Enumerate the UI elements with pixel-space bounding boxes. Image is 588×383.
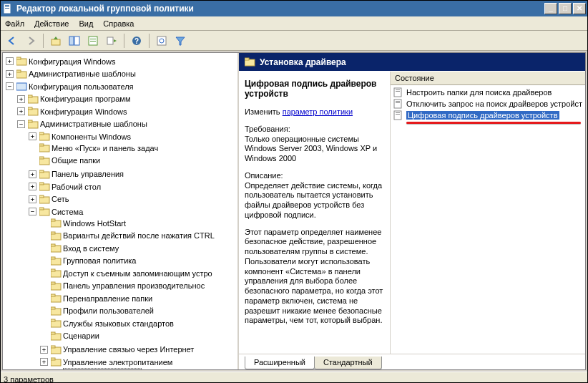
tree-item[interactable]: Групповая политика — [63, 255, 136, 266]
svg-rect-74 — [394, 111, 401, 120]
expand-icon[interactable]: + — [17, 95, 25, 103]
collapse-icon[interactable]: − — [29, 208, 36, 215]
expand-icon[interactable]: + — [6, 70, 14, 78]
folder-icon — [51, 357, 62, 367]
description-label: Описание: — [245, 171, 283, 180]
refresh-button[interactable] — [153, 33, 170, 49]
tab-standard[interactable]: Стандартный — [314, 357, 382, 369]
tree-item[interactable]: Управление связью через Интернет — [63, 344, 194, 355]
settings-list-panel: Состояние Настроить папки для поиска дра… — [391, 72, 585, 354]
tree-item[interactable]: Профили пользователей — [63, 305, 154, 316]
requirements-label: Требования: — [245, 125, 290, 133]
menu-action[interactable]: Действие — [34, 19, 69, 28]
svg-rect-47 — [51, 257, 55, 259]
tree-item[interactable]: Службы языковых стандартов — [63, 318, 174, 329]
svg-rect-16 — [16, 57, 21, 59]
tree-item[interactable]: Конфигурация Windows — [40, 106, 127, 117]
expand-icon[interactable]: + — [29, 132, 36, 140]
expand-icon[interactable]: + — [6, 57, 14, 65]
list-item[interactable]: Отключить запрос на поиск драйверов устр… — [392, 98, 584, 110]
tree-item[interactable]: Панель управления производительнос — [63, 280, 205, 291]
svg-rect-8 — [90, 39, 96, 39]
tree-item[interactable]: Общие папки — [52, 155, 100, 166]
folder-icon — [51, 218, 62, 228]
svg-rect-71 — [394, 100, 401, 108]
folder-icon — [245, 57, 255, 67]
svg-rect-3 — [5, 8, 9, 9]
svg-rect-37 — [39, 195, 44, 198]
tree-item[interactable]: Конфигурация Windows — [29, 56, 116, 67]
back-button[interactable] — [4, 33, 21, 49]
window-titlebar: Редактор локальной групповой политики _ … — [1, 1, 587, 16]
export-button[interactable] — [103, 33, 120, 49]
svg-rect-75 — [396, 112, 400, 113]
tree-item[interactable]: Доступ к съемным запоминающим устро — [63, 268, 212, 279]
menu-help[interactable]: Справка — [103, 19, 134, 28]
expand-icon[interactable]: + — [29, 170, 36, 178]
menu-view[interactable]: Вид — [79, 19, 93, 28]
svg-rect-6 — [74, 37, 79, 45]
forward-button[interactable] — [22, 33, 39, 49]
tree-item[interactable]: Компоненты Windows — [52, 131, 131, 142]
toolbar: ? — [1, 31, 587, 51]
svg-rect-9 — [90, 41, 96, 42]
filter-button[interactable] — [172, 33, 189, 49]
tree-item[interactable]: Сценарии — [63, 330, 99, 341]
show-hide-tree-button[interactable] — [66, 33, 83, 49]
folder-icon — [51, 331, 62, 341]
policy-icon — [393, 99, 403, 109]
tree-item[interactable]: Конфигурация программ — [40, 93, 130, 105]
tree-item[interactable]: Система — [52, 206, 83, 218]
properties-button[interactable] — [84, 33, 102, 49]
tab-extended[interactable]: Расширенный — [245, 357, 315, 369]
collapse-icon[interactable]: − — [17, 120, 25, 128]
collapse-icon[interactable]: − — [6, 82, 14, 90]
svg-rect-72 — [396, 101, 400, 102]
svg-rect-49 — [51, 269, 55, 271]
tree-pane[interactable]: +Конфигурация Windows +Административные … — [3, 53, 239, 369]
svg-text:?: ? — [134, 37, 139, 45]
expand-icon[interactable]: + — [40, 358, 48, 366]
policy-title: Цифровая подпись драйверов устройств — [245, 79, 384, 99]
tree-item[interactable]: Windows HotStart — [63, 218, 126, 229]
tree-item[interactable]: Административные шаблоны — [29, 68, 136, 79]
help-button[interactable]: ? — [128, 33, 145, 49]
menu-file[interactable]: Файл — [5, 19, 24, 28]
svg-rect-13 — [157, 37, 166, 45]
expand-icon[interactable]: + — [29, 183, 36, 190]
maximize-button[interactable]: □ — [559, 3, 572, 14]
tree-item[interactable]: Перенаправление папки — [63, 293, 152, 304]
folder-icon — [51, 268, 62, 278]
change-label: Изменить — [245, 107, 280, 116]
minimize-button[interactable]: _ — [544, 3, 557, 14]
list-item-selected[interactable]: Цифровая подпись драйверов устройств — [392, 110, 584, 121]
tree-item[interactable]: Вход в систему — [63, 243, 119, 254]
tree-item[interactable]: Меню «Пуск» и панель задач — [52, 142, 158, 154]
folder-icon — [51, 306, 62, 316]
tree-item[interactable]: Рабочий стол — [52, 181, 101, 193]
svg-rect-73 — [396, 102, 400, 103]
close-button[interactable]: ✕ — [573, 3, 586, 14]
folder-icon — [39, 132, 50, 141]
expand-icon[interactable]: + — [29, 195, 36, 203]
list-item[interactable]: Настроить папки для поиска драйверов — [392, 87, 584, 98]
policy-settings-link[interactable]: параметр политики — [283, 107, 353, 116]
policy-icon — [393, 87, 403, 97]
folder-icon — [16, 57, 27, 66]
tree-item[interactable]: Административные шаблоны — [40, 118, 147, 130]
tree-item-selected[interactable]: Установка драйвера — [63, 368, 142, 370]
svg-rect-27 — [39, 132, 44, 135]
tree-item[interactable]: Управление электропитанием — [63, 357, 172, 368]
expand-icon[interactable]: + — [17, 107, 25, 115]
tree-item[interactable]: Варианты действий после нажатия CTRL — [63, 230, 215, 241]
statusbar: 3 параметров — [1, 372, 587, 383]
expand-icon[interactable]: + — [40, 346, 48, 354]
tree-item[interactable]: Конфигурация пользователя — [29, 81, 134, 92]
status-text: 3 параметров — [4, 375, 54, 384]
requirements-text: Только операционные системы Windows Serv… — [245, 135, 377, 163]
list-column-header[interactable]: Состояние — [391, 72, 585, 85]
svg-rect-67 — [245, 58, 249, 60]
tree-item[interactable]: Панель управления — [52, 168, 124, 180]
tree-item[interactable]: Сеть — [52, 193, 69, 205]
up-button[interactable] — [47, 33, 64, 49]
